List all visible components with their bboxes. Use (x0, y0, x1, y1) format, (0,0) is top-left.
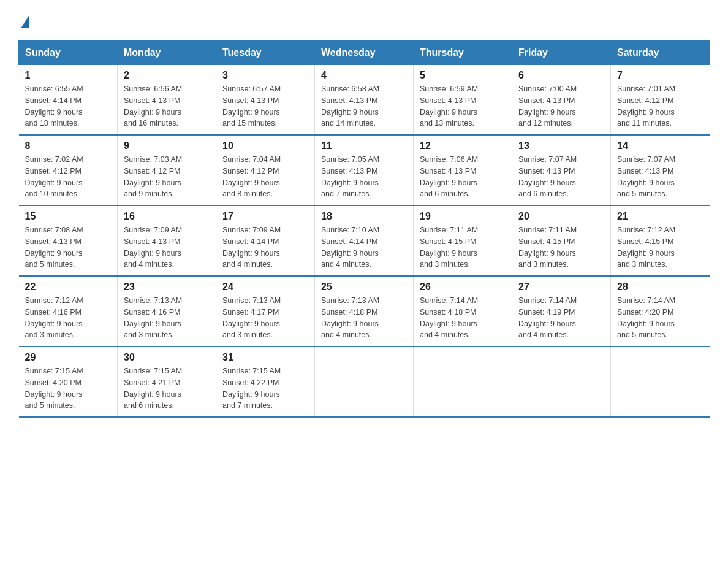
day-number: 27 (518, 282, 604, 293)
day-number: 25 (321, 282, 407, 293)
day-number: 31 (222, 352, 308, 363)
day-info: Sunrise: 7:12 AMSunset: 4:15 PMDaylight:… (617, 224, 703, 270)
day-info: Sunrise: 7:09 AMSunset: 4:13 PMDaylight:… (124, 224, 210, 270)
day-info: Sunrise: 6:55 AMSunset: 4:14 PMDaylight:… (25, 83, 112, 129)
calendar-cell: 6Sunrise: 7:00 AMSunset: 4:13 PMDaylight… (512, 65, 611, 136)
day-info: Sunrise: 7:02 AMSunset: 4:12 PMDaylight:… (25, 154, 112, 200)
day-number: 17 (222, 211, 308, 222)
day-number: 23 (124, 282, 210, 293)
day-info: Sunrise: 7:11 AMSunset: 4:15 PMDaylight:… (518, 224, 604, 270)
calendar-cell: 11Sunrise: 7:05 AMSunset: 4:13 PMDayligh… (315, 135, 414, 205)
day-number: 3 (222, 70, 308, 81)
day-info: Sunrise: 7:15 AMSunset: 4:21 PMDaylight:… (124, 366, 210, 412)
calendar-cell: 15Sunrise: 7:08 AMSunset: 4:13 PMDayligh… (19, 205, 118, 276)
calendar-week-row: 29Sunrise: 7:15 AMSunset: 4:20 PMDayligh… (19, 347, 710, 417)
calendar-cell (512, 347, 611, 417)
day-number: 15 (25, 211, 112, 222)
calendar-cell: 25Sunrise: 7:13 AMSunset: 4:18 PMDayligh… (315, 276, 414, 347)
day-number: 9 (124, 140, 210, 151)
page-header (18, 12, 710, 28)
calendar-cell: 2Sunrise: 6:56 AMSunset: 4:13 PMDaylight… (118, 65, 216, 136)
logo-triangle-icon (21, 15, 29, 28)
calendar-cell: 31Sunrise: 7:15 AMSunset: 4:22 PMDayligh… (216, 347, 315, 417)
calendar-cell: 28Sunrise: 7:14 AMSunset: 4:20 PMDayligh… (611, 276, 710, 347)
header-tuesday: Tuesday (216, 41, 315, 65)
calendar-cell: 3Sunrise: 6:57 AMSunset: 4:13 PMDaylight… (216, 65, 315, 136)
day-number: 28 (617, 282, 703, 293)
header-saturday: Saturday (611, 41, 710, 65)
calendar-cell: 18Sunrise: 7:10 AMSunset: 4:14 PMDayligh… (315, 205, 414, 276)
calendar-header-row: SundayMondayTuesdayWednesdayThursdayFrid… (19, 41, 710, 65)
calendar-cell: 5Sunrise: 6:59 AMSunset: 4:13 PMDaylight… (414, 65, 512, 136)
day-number: 10 (222, 140, 308, 151)
day-info: Sunrise: 7:07 AMSunset: 4:13 PMDaylight:… (617, 154, 703, 200)
calendar-cell: 26Sunrise: 7:14 AMSunset: 4:18 PMDayligh… (414, 276, 512, 347)
day-info: Sunrise: 7:01 AMSunset: 4:12 PMDaylight:… (617, 83, 703, 129)
calendar-cell: 14Sunrise: 7:07 AMSunset: 4:13 PMDayligh… (611, 135, 710, 205)
day-info: Sunrise: 7:13 AMSunset: 4:18 PMDaylight:… (321, 295, 407, 341)
logo (18, 12, 29, 28)
day-number: 18 (321, 211, 407, 222)
logo-wordmark (20, 12, 29, 28)
calendar-table: SundayMondayTuesdayWednesdayThursdayFrid… (18, 40, 710, 418)
calendar-cell: 16Sunrise: 7:09 AMSunset: 4:13 PMDayligh… (118, 205, 216, 276)
day-info: Sunrise: 7:13 AMSunset: 4:17 PMDaylight:… (222, 295, 308, 341)
calendar-cell: 23Sunrise: 7:13 AMSunset: 4:16 PMDayligh… (118, 276, 216, 347)
day-info: Sunrise: 7:07 AMSunset: 4:13 PMDaylight:… (518, 154, 604, 200)
day-info: Sunrise: 7:12 AMSunset: 4:16 PMDaylight:… (25, 295, 112, 341)
calendar-cell: 7Sunrise: 7:01 AMSunset: 4:12 PMDaylight… (611, 65, 710, 136)
calendar-cell: 20Sunrise: 7:11 AMSunset: 4:15 PMDayligh… (512, 205, 611, 276)
calendar-cell: 1Sunrise: 6:55 AMSunset: 4:14 PMDaylight… (19, 65, 118, 136)
calendar-week-row: 22Sunrise: 7:12 AMSunset: 4:16 PMDayligh… (19, 276, 710, 347)
day-number: 13 (518, 140, 604, 151)
calendar-cell: 12Sunrise: 7:06 AMSunset: 4:13 PMDayligh… (414, 135, 512, 205)
day-number: 19 (420, 211, 506, 222)
header-friday: Friday (512, 41, 611, 65)
day-info: Sunrise: 7:04 AMSunset: 4:12 PMDaylight:… (222, 154, 308, 200)
calendar-cell: 8Sunrise: 7:02 AMSunset: 4:12 PMDaylight… (19, 135, 118, 205)
day-number: 2 (124, 70, 210, 81)
day-number: 8 (25, 140, 112, 151)
calendar-cell: 24Sunrise: 7:13 AMSunset: 4:17 PMDayligh… (216, 276, 315, 347)
day-info: Sunrise: 6:58 AMSunset: 4:13 PMDaylight:… (321, 83, 407, 129)
day-number: 30 (124, 352, 210, 363)
day-number: 1 (25, 70, 112, 81)
calendar-cell (414, 347, 512, 417)
day-info: Sunrise: 7:08 AMSunset: 4:13 PMDaylight:… (25, 224, 112, 270)
day-number: 11 (321, 140, 407, 151)
header-wednesday: Wednesday (315, 41, 414, 65)
day-info: Sunrise: 6:56 AMSunset: 4:13 PMDaylight:… (124, 83, 210, 129)
day-info: Sunrise: 7:11 AMSunset: 4:15 PMDaylight:… (420, 224, 506, 270)
calendar-week-row: 8Sunrise: 7:02 AMSunset: 4:12 PMDaylight… (19, 135, 710, 205)
calendar-week-row: 1Sunrise: 6:55 AMSunset: 4:14 PMDaylight… (19, 65, 710, 136)
day-info: Sunrise: 7:06 AMSunset: 4:13 PMDaylight:… (420, 154, 506, 200)
calendar-cell: 13Sunrise: 7:07 AMSunset: 4:13 PMDayligh… (512, 135, 611, 205)
day-info: Sunrise: 7:09 AMSunset: 4:14 PMDaylight:… (222, 224, 308, 270)
day-info: Sunrise: 6:57 AMSunset: 4:13 PMDaylight:… (222, 83, 308, 129)
header-monday: Monday (118, 41, 216, 65)
day-number: 22 (25, 282, 112, 293)
day-number: 14 (617, 140, 703, 151)
day-info: Sunrise: 7:15 AMSunset: 4:20 PMDaylight:… (25, 366, 112, 412)
calendar-cell: 21Sunrise: 7:12 AMSunset: 4:15 PMDayligh… (611, 205, 710, 276)
day-info: Sunrise: 7:13 AMSunset: 4:16 PMDaylight:… (124, 295, 210, 341)
day-number: 24 (222, 282, 308, 293)
day-info: Sunrise: 6:59 AMSunset: 4:13 PMDaylight:… (420, 83, 506, 129)
day-info: Sunrise: 7:15 AMSunset: 4:22 PMDaylight:… (222, 366, 308, 412)
day-number: 26 (420, 282, 506, 293)
calendar-cell: 19Sunrise: 7:11 AMSunset: 4:15 PMDayligh… (414, 205, 512, 276)
day-number: 21 (617, 211, 703, 222)
calendar-cell: 29Sunrise: 7:15 AMSunset: 4:20 PMDayligh… (19, 347, 118, 417)
day-number: 7 (617, 70, 703, 81)
calendar-cell: 10Sunrise: 7:04 AMSunset: 4:12 PMDayligh… (216, 135, 315, 205)
calendar-week-row: 15Sunrise: 7:08 AMSunset: 4:13 PMDayligh… (19, 205, 710, 276)
day-number: 16 (124, 211, 210, 222)
day-info: Sunrise: 7:14 AMSunset: 4:20 PMDaylight:… (617, 295, 703, 341)
header-thursday: Thursday (414, 41, 512, 65)
calendar-cell: 4Sunrise: 6:58 AMSunset: 4:13 PMDaylight… (315, 65, 414, 136)
header-sunday: Sunday (19, 41, 118, 65)
day-number: 12 (420, 140, 506, 151)
day-info: Sunrise: 7:14 AMSunset: 4:19 PMDaylight:… (518, 295, 604, 341)
day-number: 29 (25, 352, 112, 363)
day-number: 20 (518, 211, 604, 222)
